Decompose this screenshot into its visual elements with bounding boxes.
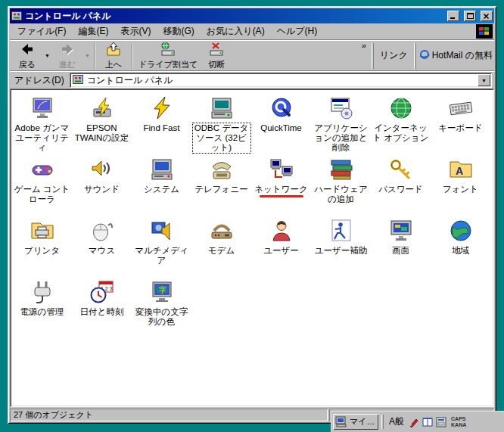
folder-item[interactable]: パスワード [371,155,431,216]
folder-item-label: 地域 [452,246,469,256]
menu-go[interactable]: 移動(G) [157,23,200,39]
taskbar: マイ コンピュータ A般 CAPS KANA [331,411,504,432]
address-combo[interactable]: コントロール パネル ▼ [70,73,492,88]
ime-lock-indicators[interactable]: CAPS KANA [449,416,468,428]
folder-item-label: パスワード [378,185,423,194]
folder-item[interactable]: Find Fast [132,94,191,155]
folder-item-label: 日付と時刻 [80,307,124,317]
folder-item[interactable]: アプリケーションの追加と削除 [311,94,371,155]
modems-icon [209,218,235,244]
folder-item[interactable]: 1 2 3日付と時刻 [72,278,132,339]
folder-item[interactable]: 字変換中の文字列の色 [132,278,191,339]
folder-item-label: 画面 [392,246,409,256]
folder-item-label: アプリケーションの追加と削除 [313,123,370,153]
folder-item-label: 変換中の文字列の色 [133,307,191,327]
folder-item[interactable]: ネットワーク [251,155,311,216]
folder-item[interactable]: ODBC データソース (32ビット) [191,94,251,155]
titlebar[interactable]: コントロール パネル [10,8,494,23]
back-button[interactable]: 戻る [11,42,43,70]
folder-item[interactable]: EPSON TWAINの設定 [72,94,132,155]
ime-dictionary-icon[interactable] [422,416,434,428]
forward-button[interactable]: 進む [51,42,83,70]
folder-item[interactable]: Adobe ガンマ ユーティリティ [12,94,72,155]
menu-edit[interactable]: 編集(E) [72,23,114,39]
folder-item-label: キーボード [438,123,482,133]
icon-grid: Adobe ガンマ ユーティリティEPSON TWAINの設定Find Fast… [10,89,494,344]
menu-file[interactable]: ファイル(F) [11,23,72,39]
folder-item[interactable]: 電源の管理 [12,278,72,339]
folder-item[interactable]: QuickTime [251,94,311,155]
back-button-label: 戻る [19,59,36,70]
ime-pen-icon[interactable] [408,416,420,428]
maximize-button[interactable] [464,11,476,21]
links-band-grip[interactable] [372,43,374,69]
folder-item[interactable]: 地域 [431,216,490,278]
folder-item-label: インターネット オプション [372,123,430,143]
address-dropdown-button[interactable]: ▼ [478,74,490,86]
toolbar-overflow-chevron[interactable]: » [359,41,369,50]
disconnect-button-label: 切断 [208,59,225,70]
forward-arrow-icon [60,42,75,58]
map-drive-button[interactable]: ドライブ割当て [135,42,201,70]
display-icon [388,218,414,244]
toolbar: 戻る ▼ 進む ▼ 上へ ドライブ割当て 切断 » リンク HotMail の無… [10,40,494,71]
forward-dropdown[interactable]: ▼ [83,42,92,70]
add-hardware-icon [328,157,354,182]
taskbar-button-label: マイ コンピュータ [350,416,376,427]
folder-item-label: フォント [443,185,478,194]
up-button[interactable]: 上へ [98,42,129,70]
folder-item[interactable]: プリンタ [12,216,72,278]
control-panel-icon [11,11,22,21]
folder-item[interactable]: ユーザー補助 [311,216,371,278]
close-button[interactable] [481,11,493,21]
up-folder-icon [106,42,121,58]
back-dropdown[interactable]: ▼ [43,42,51,70]
multimedia-icon [149,218,175,244]
power-management-icon [30,279,55,305]
forward-button-label: 進む [59,59,76,70]
disconnect-drive-icon [209,42,224,58]
folder-item-label: ハードウェアの追加 [313,185,370,204]
folder-item[interactable]: サウンド [72,155,132,216]
folder-item[interactable]: ゲーム コントローラ [12,155,72,216]
folder-item-label: Find Fast [144,123,180,133]
folder-item[interactable]: システム [132,155,191,216]
ime-mode-indicator[interactable]: A般 [387,415,406,428]
folder-view: Adobe ガンマ ユーティリティEPSON TWAINの設定Find Fast… [10,89,494,407]
system-icon [149,157,175,182]
mouse-icon [89,218,115,244]
kana-indicator: KANA [451,422,466,428]
ime-properties-icon[interactable] [435,416,447,428]
link-hotmail[interactable]: HotMail の無料 [419,49,493,62]
folder-item[interactable]: インターネット オプション [371,94,431,155]
disconnect-button[interactable]: 切断 [201,42,232,70]
folder-item[interactable]: モデム [191,216,251,278]
my-computer-icon [335,415,347,429]
menu-view[interactable]: 表示(V) [114,23,157,39]
folder-item-label: マウス [89,246,115,256]
control-panel-icon-small [73,74,83,87]
folder-item[interactable]: ユーザー [251,216,311,278]
game-controllers-icon [30,157,55,182]
menu-help[interactable]: ヘルプ(H) [271,23,324,39]
menu-favorites[interactable]: お気に入り(A) [201,23,271,39]
odbc-icon [209,95,235,121]
folder-item[interactable]: テレフォニー [191,155,251,216]
folder-item[interactable]: 画面 [371,216,431,278]
folder-item-label: Adobe ガンマ ユーティリティ [14,123,71,153]
folder-item[interactable]: キーボード [431,94,490,155]
folder-item-label: EPSON TWAINの設定 [73,123,131,143]
svg-text:A: A [456,165,463,177]
address-value: コントロール パネル [87,74,173,87]
taskbar-button-my-computer[interactable]: マイ コンピュータ [333,414,378,430]
links-band-grip[interactable] [414,43,416,69]
folder-item[interactable]: Aフォント [431,155,490,216]
folder-item[interactable]: ハードウェアの追加 [311,155,371,216]
folder-item[interactable]: マルチメディア [132,216,191,278]
folder-item-label: QuickTime [260,123,302,133]
folder-item-label: サウンド [84,185,120,194]
folder-item[interactable]: マウス [72,216,132,278]
svg-text:字: 字 [159,286,166,294]
ime-toolbar-grip[interactable] [381,415,384,429]
minimize-button[interactable] [447,11,459,21]
